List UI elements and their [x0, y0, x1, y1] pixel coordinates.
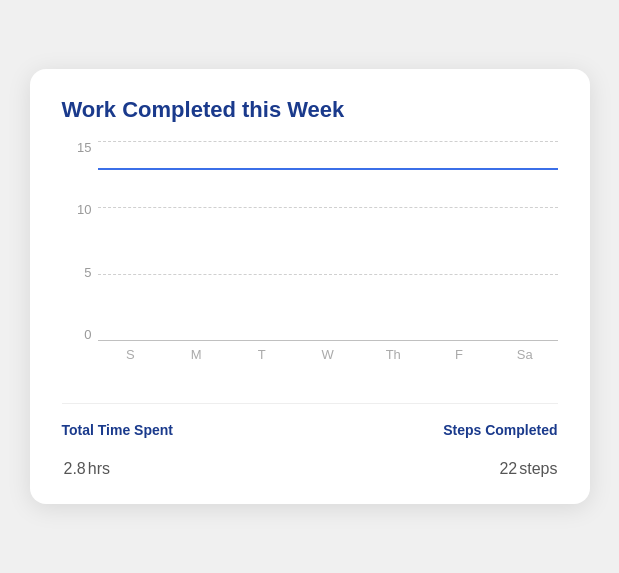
- time-unit: hrs: [88, 460, 110, 477]
- steps-label: Steps Completed: [443, 422, 557, 438]
- bars-container: [98, 141, 558, 341]
- x-label-f: F: [426, 347, 492, 362]
- time-stat: Total Time Spent 2.8hrs: [62, 422, 174, 480]
- x-label-w: W: [295, 347, 361, 362]
- chart-area: 15 10 5 0: [62, 141, 558, 381]
- x-label-t: T: [229, 347, 295, 362]
- y-label-0: 0: [84, 328, 91, 341]
- x-axis-labels: S M T W Th F Sa: [98, 347, 558, 362]
- y-label-15: 15: [77, 141, 91, 154]
- stats-row: Total Time Spent 2.8hrs Steps Completed …: [62, 403, 558, 480]
- steps-value: 22steps: [443, 444, 557, 480]
- chart-inner: 15 10 5 0: [62, 141, 558, 341]
- y-axis-labels: 15 10 5 0: [62, 141, 92, 341]
- time-label: Total Time Spent: [62, 422, 174, 438]
- x-label-s: S: [98, 347, 164, 362]
- time-value: 2.8hrs: [62, 444, 174, 480]
- x-label-sa: Sa: [492, 347, 558, 362]
- x-label-m: M: [163, 347, 229, 362]
- card-title: Work Completed this Week: [62, 97, 558, 123]
- steps-unit: steps: [519, 460, 557, 477]
- y-label-5: 5: [84, 266, 91, 279]
- y-label-10: 10: [77, 203, 91, 216]
- x-label-th: Th: [360, 347, 426, 362]
- steps-stat: Steps Completed 22steps: [443, 422, 557, 480]
- weekly-work-card: Work Completed this Week 15 10 5 0: [30, 69, 590, 504]
